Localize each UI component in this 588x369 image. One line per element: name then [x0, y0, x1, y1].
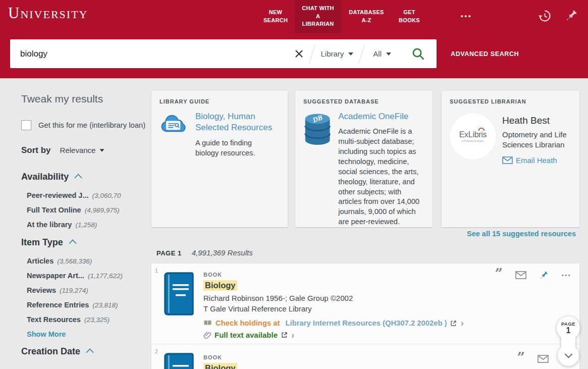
facet-text-resources[interactable]: Text Resources (23,325): [21, 314, 153, 325]
university-logo[interactable]: University: [8, 4, 88, 22]
result-type-label: BOOK: [203, 272, 464, 278]
facet-label: Reference Entries: [27, 300, 89, 310]
facet-count: (1,258): [75, 220, 97, 230]
facet-label: At the library: [27, 220, 72, 230]
search-submit-button[interactable]: [400, 39, 437, 68]
facet-count: (119,274): [60, 286, 88, 296]
interlibrary-loan-checkbox[interactable]: [21, 120, 31, 130]
see-all-suggested-link[interactable]: See all 15 suggested resources: [467, 230, 576, 238]
sort-dropdown[interactable]: Relevance: [60, 146, 105, 154]
facet-label: Articles: [27, 256, 54, 266]
email-librarian-link[interactable]: Email Heath: [502, 156, 573, 165]
link-icon: [203, 331, 211, 339]
chevron-down-icon: [100, 149, 104, 151]
book-cover-icon: [163, 271, 195, 317]
facet-label: Reviews: [27, 285, 56, 295]
chevron-up-icon: [69, 239, 77, 247]
results-header: PAGE 1 4,991,369 Results: [156, 248, 253, 257]
facet-label: Full Text Online: [27, 205, 81, 215]
nav-get-books[interactable]: GET BOOKS: [392, 0, 427, 33]
holdings-location-link[interactable]: Library Internet Resources (QH307.2 2002…: [286, 319, 447, 327]
result-title-link[interactable]: Biology: [203, 280, 237, 291]
exlibris-avatar: ExLibris a ProQuest Company: [450, 113, 496, 160]
database-icon: DB: [303, 111, 332, 146]
material-type-dropdown[interactable]: All: [364, 49, 400, 58]
current-page-indicator[interactable]: PAGE 1: [557, 317, 580, 340]
facet-reviews[interactable]: Reviews (119,274): [21, 285, 153, 296]
full-text-available-label: Full text available: [215, 331, 278, 339]
search-input[interactable]: [10, 49, 288, 59]
clear-search-icon[interactable]: [288, 39, 310, 68]
book-cover-icon: [163, 351, 195, 369]
result-source-line: T Gale Virtual Reference Library: [203, 304, 464, 313]
facet-section-availability[interactable]: Availability: [21, 172, 153, 182]
tweak-results-title: Tweak my results: [21, 93, 153, 105]
facet-section-item-type[interactable]: Item Type: [21, 237, 153, 248]
email-result-icon[interactable]: [515, 271, 526, 279]
facet-label: Peer-reviewed J...: [27, 190, 89, 200]
search-scope-value: Library: [320, 49, 344, 58]
sort-value: Relevance: [60, 146, 96, 154]
card-kind-label: LIBRARY GUIDE: [159, 98, 280, 104]
search-icon: [411, 47, 425, 61]
check-holdings-label: Check holdings at: [216, 319, 282, 327]
facet-newspaper-articles[interactable]: Newspaper Art... (1,177,622): [21, 271, 153, 281]
sort-row: Sort by Relevance: [21, 145, 153, 155]
main-nav: NEW SEARCH CHAT WITH A LIBRARIAN DATABAS…: [256, 0, 477, 33]
search-scope-dropdown[interactable]: Library: [314, 49, 359, 58]
suggested-database-description: Academic OneFile is a multi-subject data…: [338, 127, 424, 227]
library-guide-cloud-icon: [159, 111, 189, 135]
external-link-icon: [281, 332, 288, 338]
facet-articles[interactable]: Articles (3,568,336): [21, 256, 153, 267]
nav-chat-with-a-librarian[interactable]: CHAT WITH A LIBRARIAN: [295, 0, 341, 33]
facet-count: (23,325): [84, 315, 110, 325]
nav-databases-a-z[interactable]: DATABASES A-Z: [343, 0, 390, 33]
show-more-link[interactable]: Show More: [21, 329, 153, 339]
search-bar: Library All: [10, 39, 437, 68]
search-history-icon[interactable]: [537, 8, 553, 26]
nav-overflow-menu[interactable]: •••: [456, 0, 477, 33]
external-link-icon: [450, 320, 457, 327]
facet-count: (1,177,622): [88, 271, 123, 281]
facet-section-title: Item Type: [21, 237, 63, 248]
card-kind-label: SUGGESTED LIBRARIAN: [450, 98, 571, 104]
favorites-pin-icon[interactable]: [565, 8, 578, 25]
facet-count: (3,568,336): [57, 256, 92, 267]
facet-section-title: Creation Date: [21, 346, 80, 357]
email-librarian-label: Email Heath: [516, 156, 557, 165]
pin-result-icon[interactable]: [539, 270, 549, 281]
library-guide-description: A guide to finding biology resources.: [195, 138, 277, 159]
interlibrary-loan-option[interactable]: Get this for me (interlibrary loan): [21, 120, 153, 130]
card-kind-label: SUGGESTED DATABASE: [303, 98, 424, 104]
check-holdings-line[interactable]: Check holdings at Library Internet Resou…: [203, 319, 464, 327]
full-text-line[interactable]: Full text available ›: [203, 331, 464, 339]
chevron-up-icon: [86, 348, 94, 356]
page-navigator: PAGE 1: [555, 317, 581, 369]
facet-peer-reviewed[interactable]: Peer-reviewed J... (3,060,70: [21, 190, 153, 201]
facet-section-creation-date[interactable]: Creation Date: [21, 346, 153, 357]
suggested-database-link[interactable]: Academic OneFile: [338, 111, 424, 122]
chevron-right-icon: ›: [291, 332, 294, 338]
result-title-link[interactable]: Biology: [203, 363, 237, 369]
citation-icon[interactable]: ”: [495, 272, 503, 279]
facet-full-text-online[interactable]: Full Text Online (4,989,975): [21, 205, 153, 216]
page-label: PAGE 1: [156, 249, 182, 257]
nav-new-search[interactable]: NEW SEARCH: [256, 0, 295, 33]
citation-icon[interactable]: ”: [517, 355, 525, 362]
chevron-down-icon: [386, 52, 391, 56]
facet-at-the-library[interactable]: At the library (1,258): [21, 220, 153, 230]
material-type-value: All: [373, 49, 382, 58]
email-result-icon[interactable]: [538, 355, 549, 363]
librarian-name: Heath Best: [502, 115, 573, 126]
exlibris-tagline: a ProQuest Company: [462, 140, 484, 142]
result-author-line: Richard Robinson 1956-; Gale Group ©2002: [203, 294, 464, 302]
result-row-1: 1 BOOK Biology Richard Robinson 1956-; G…: [151, 263, 579, 344]
email-icon: [502, 156, 513, 164]
more-actions-icon[interactable]: •••: [562, 272, 571, 278]
result-index: 1: [155, 268, 158, 274]
advanced-search-link[interactable]: ADVANCED SEARCH: [451, 50, 519, 58]
chevron-down-icon: [564, 350, 572, 358]
library-guide-link[interactable]: Biology, Human Selected Resources: [195, 111, 277, 134]
facet-reference-entries[interactable]: Reference Entries (23,818): [21, 300, 153, 310]
next-page-button[interactable]: [558, 345, 579, 366]
